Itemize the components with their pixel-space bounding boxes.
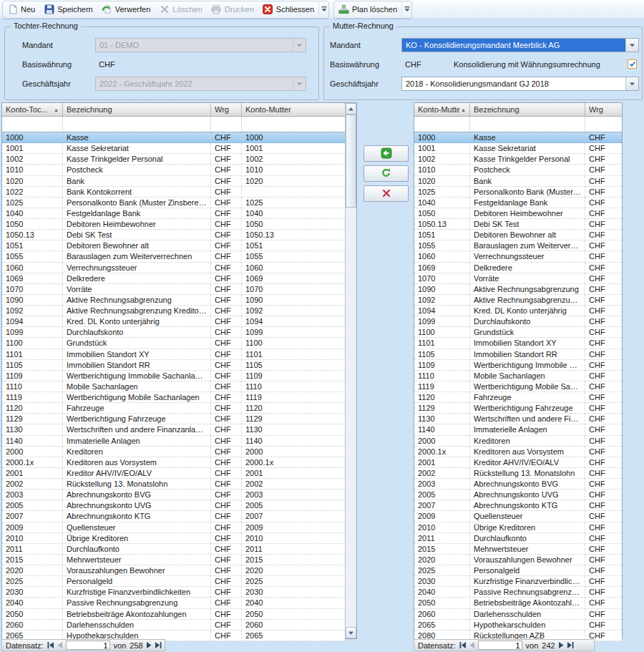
column-header[interactable]: Bezeichnung	[470, 103, 585, 116]
table-row[interactable]: 1120FahrzeugeCHF	[414, 392, 622, 403]
table-row[interactable]: 2020Vorauszahlungen BewohnerCHF2020	[2, 565, 345, 576]
column-header[interactable]: Wrg	[585, 103, 622, 116]
table-row[interactable]: 2025PersonalgeldCHF2025	[2, 576, 345, 587]
table-row[interactable]: 2060DarlehensschuldenCHF	[414, 609, 622, 620]
table-row[interactable]: 1050.13Debi SK TestCHF1050.13	[2, 230, 345, 240]
table-row[interactable]: 1130Wertschriften und andere Finanzanlag…	[2, 424, 345, 435]
filter-cell[interactable]	[211, 117, 242, 132]
table-row[interactable]: 1000KasseCHF1000	[2, 132, 345, 143]
table-row[interactable]: 2030Kurzfristige Finanzverbindlichkeiten…	[414, 576, 622, 587]
table-row[interactable]: 1099DurchlaufskontoCHF	[414, 316, 622, 327]
assign-account-button[interactable]	[364, 145, 409, 162]
table-row[interactable]: 2005Abrechnungskonto UVGCHF	[414, 490, 622, 500]
table-row[interactable]: 1129Wertberichtigung FahrzeugeCHF1129	[2, 414, 345, 424]
table-row[interactable]: 1069DelkredereCHF	[414, 263, 622, 273]
table-row[interactable]: 1002Kasse Trinkgelder PersonalCHF1002	[2, 154, 345, 165]
next-record-button[interactable]	[147, 642, 152, 648]
table-row[interactable]: 1100GrundstückCHF	[414, 327, 622, 338]
table-row[interactable]: 2005Abrechnungskonto UVGCHF2005	[2, 500, 345, 511]
neu-button[interactable]: Neu	[3, 1, 39, 18]
table-row[interactable]: 2011DurchlaufkontoCHF2011	[2, 544, 345, 555]
table-row[interactable]: 1040Festgeldanlage BankCHF1040	[2, 208, 345, 219]
table-row[interactable]: 1109Wertberichtigung Immobile Sachanlage…	[414, 360, 622, 371]
toolbar-overflow-button[interactable]	[318, 1, 328, 18]
table-row[interactable]: 1092Aktive Rechnungsabgrenzung Kreditore…	[2, 306, 345, 316]
table-row[interactable]: 1055Barauslagen zum WeiterverrechnenCHF	[414, 240, 622, 251]
record-number-input[interactable]	[66, 641, 110, 650]
filter-cell[interactable]	[585, 117, 622, 132]
table-row[interactable]: 1140Immaterielle AnlagenCHF	[414, 424, 622, 435]
table-row[interactable]: 1025Personalkonto Bank (Muster Zinsberec…	[2, 198, 345, 208]
verwerfen-button[interactable]: Verwerfen	[97, 1, 155, 18]
table-row[interactable]: 2007Abrechnungskonto KTGCHF	[414, 500, 622, 511]
toolbar-overflow-button[interactable]	[401, 1, 411, 18]
table-row[interactable]: 1020BankCHF1020	[2, 176, 345, 187]
first-record-button[interactable]	[47, 642, 54, 648]
table-row[interactable]: 2009QuellensteuerCHF	[414, 511, 622, 522]
table-row[interactable]: 1060VerrechnungssteuerCHF1060	[2, 263, 345, 273]
table-row[interactable]: 1010PostcheckCHF	[414, 165, 622, 175]
first-record-button[interactable]	[459, 642, 466, 648]
table-row[interactable]: 1129Wertberichtigung FahrzeugeCHF	[414, 403, 622, 414]
table-row[interactable]: 1090Aktive RechnungsabgrenzungCHF1090	[2, 295, 345, 306]
column-header[interactable]: Konto-Mutter	[242, 103, 345, 116]
next-record-button[interactable]	[559, 642, 564, 648]
table-row[interactable]: 1094Kred. DL Konto unterjährigCHF1094	[2, 316, 345, 327]
table-row[interactable]: 2011DurchlaufkontoCHF	[414, 533, 622, 544]
table-row[interactable]: 1000KasseCHF	[414, 132, 622, 143]
table-row[interactable]: 1051Debitoren Bewohner altCHF	[414, 230, 622, 240]
table-row[interactable]: 2050Betriebsbeiträge AkontozahlungenCHF2…	[2, 609, 345, 620]
table-row[interactable]: 1025Personalkonto Bank (Muster Zinsberec…	[414, 187, 622, 198]
table-row[interactable]: 2002Rückstellung 13. MonatslohnCHF2002	[2, 479, 345, 490]
table-row[interactable]: 2060DarlehensschuldenCHF2060	[2, 620, 345, 631]
table-row[interactable]: 1100GrundstückCHF1100	[2, 338, 345, 349]
column-header[interactable]: Bezeichnung	[63, 103, 211, 116]
table-row[interactable]: 2065HypothekarschuldenCHF	[414, 620, 622, 631]
table-row[interactable]: 1130Wertschriften und andere Finanzanlag…	[414, 414, 622, 424]
filter-cell[interactable]	[470, 117, 585, 132]
table-row[interactable]: 2009QuellensteuerCHF2009	[2, 522, 345, 533]
table-row[interactable]: 1050Debitoren HeimbewohnerCHF	[414, 208, 622, 219]
table-row[interactable]: 1109Wertberichtigung Immobile Sachanlage…	[2, 371, 345, 381]
column-header[interactable]: Konto-Toc...▲	[2, 103, 63, 116]
table-row[interactable]: 1090Aktive RechnungsabgrenzungCHF	[414, 284, 622, 295]
table-row[interactable]: 2040Passive RechnungsabgrenzungCHF	[414, 587, 622, 598]
table-row[interactable]: 1110Mobile SachanlagenCHF	[414, 371, 622, 381]
table-row[interactable]: 2001Kreditor AHV/IV/EO/ALVCHF	[414, 457, 622, 468]
konsolidierung-checkbox[interactable]	[628, 59, 637, 69]
scrollbar-thumb[interactable]	[346, 115, 356, 208]
table-row[interactable]: 1099DurchlaufskontoCHF1099	[2, 327, 345, 338]
table-row[interactable]: 2000.1xKreditoren aus VorsystemCHF2000.1…	[2, 457, 345, 468]
table-row[interactable]: 2007Abrechnungskonto KTGCHF2007	[2, 511, 345, 522]
table-row[interactable]: 2000KreditorenCHF	[414, 436, 622, 447]
table-row[interactable]: 1010PostcheckCHF1010	[2, 165, 345, 175]
table-row[interactable]: 1101Immobilien Standort XYCHF1101	[2, 349, 345, 360]
mutter-mandant-select[interactable]: KO - Konsolidierungsmandant Meerblick AG	[401, 38, 639, 52]
table-row[interactable]: 1051Debitoren Bewohner altCHF1051	[2, 240, 345, 251]
previous-record-button[interactable]	[469, 642, 474, 648]
table-row[interactable]: 1050.13Debi SK TestCHF	[414, 219, 622, 230]
table-row[interactable]: 2010Übrige KreditorenCHF	[414, 522, 622, 533]
table-row[interactable]: 1055Barauslagen zum WeiterverrechnenCHF1…	[2, 251, 345, 262]
table-row[interactable]: 1060VerrechnungssteuerCHF	[414, 251, 622, 262]
table-row[interactable]: 1094Kred. DL Konto unterjährigCHF	[414, 306, 622, 316]
remove-mapping-button[interactable]	[364, 185, 409, 202]
scroll-up-button[interactable]	[346, 103, 356, 115]
column-header[interactable]: Konto-Mutter▲	[414, 103, 470, 116]
table-row[interactable]: 2030Kurzfristige Finanzverbindlichkeiten…	[2, 587, 345, 598]
table-row[interactable]: 1070VorräteCHF	[414, 273, 622, 284]
table-row[interactable]: 1105Immobilien Standort RRCHF	[414, 349, 622, 360]
table-row[interactable]: 2010Übrige KreditorenCHF2010	[2, 533, 345, 544]
table-row[interactable]: 1002Kasse Trinkgelder PersonalCHF	[414, 154, 622, 165]
table-row[interactable]: 2015MehrwertsteuerCHF	[414, 544, 622, 555]
table-row[interactable]: 1092Aktive Rechnungsabgrenzung Kreditore…	[414, 295, 622, 306]
refresh-mapping-button[interactable]	[364, 165, 409, 182]
table-row[interactable]: 1020BankCHF	[414, 176, 622, 187]
table-row[interactable]: 1069DelkredereCHF1069	[2, 273, 345, 284]
table-row[interactable]: 2000KreditorenCHF2000	[2, 447, 345, 457]
table-row[interactable]: 2025PersonalgeldCHF	[414, 565, 622, 576]
table-row[interactable]: 2000.1xKreditoren aus VorsystemCHF	[414, 447, 622, 457]
last-record-button[interactable]	[567, 642, 574, 648]
table-row[interactable]: 1140Immaterielle AnlagenCHF1140	[2, 436, 345, 447]
table-row[interactable]: 1022Bank KontokorrentCHF	[2, 187, 345, 198]
